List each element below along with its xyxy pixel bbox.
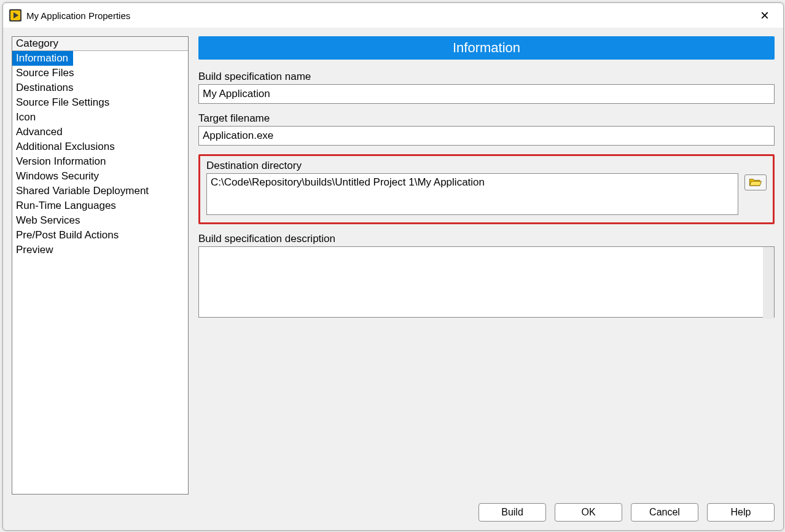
category-item-version-information[interactable]: Version Information	[12, 154, 188, 169]
build-spec-description-label: Build specification description	[198, 233, 775, 245]
category-item-destinations[interactable]: Destinations	[12, 80, 188, 95]
category-panel: Category InformationSource FilesDestinat…	[12, 36, 189, 495]
category-item-additional-exclusions[interactable]: Additional Exclusions	[12, 139, 188, 154]
build-spec-name-input[interactable]	[198, 84, 775, 104]
category-item-pre-post-build-actions[interactable]: Pre/Post Build Actions	[12, 228, 188, 243]
window-title: My Application Properties	[26, 10, 752, 21]
form-area: Build specification name Target filename…	[198, 60, 775, 495]
destination-directory-highlight: Destination directory	[198, 154, 775, 224]
browse-button[interactable]	[744, 174, 767, 190]
main-panel: Information Build specification name Tar…	[198, 36, 775, 495]
page-banner: Information	[198, 36, 775, 60]
category-item-run-time-languages[interactable]: Run-Time Languages	[12, 198, 188, 213]
destination-directory-label: Destination directory	[206, 160, 767, 172]
category-item-web-services[interactable]: Web Services	[12, 213, 188, 228]
build-spec-description-input[interactable]	[198, 246, 775, 318]
category-item-windows-security[interactable]: Windows Security	[12, 169, 188, 184]
category-list[interactable]: InformationSource FilesDestinationsSourc…	[12, 51, 188, 494]
field-build-spec-name: Build specification name	[198, 71, 775, 104]
category-item-information[interactable]: Information	[12, 51, 73, 66]
target-filename-input[interactable]	[198, 126, 775, 146]
build-button[interactable]: Build	[478, 503, 546, 522]
category-header: Category	[12, 37, 188, 51]
cancel-button[interactable]: Cancel	[631, 503, 698, 522]
category-item-source-file-settings[interactable]: Source File Settings	[12, 95, 188, 110]
close-button[interactable]	[752, 6, 777, 25]
titlebar: My Application Properties	[3, 3, 783, 28]
properties-dialog: My Application Properties Category Infor…	[2, 2, 784, 531]
category-item-shared-variable-deployment[interactable]: Shared Variable Deployment	[12, 184, 188, 198]
category-item-preview[interactable]: Preview	[12, 243, 188, 257]
scrollbar[interactable]	[763, 247, 774, 319]
category-item-advanced[interactable]: Advanced	[12, 125, 188, 139]
build-spec-name-label: Build specification name	[198, 71, 775, 83]
help-button[interactable]: Help	[707, 503, 775, 522]
destination-directory-input[interactable]	[206, 173, 738, 215]
dialog-footer: Build OK Cancel Help	[3, 503, 783, 530]
category-item-source-files[interactable]: Source Files	[12, 66, 188, 80]
field-build-spec-description: Build specification description	[198, 233, 775, 319]
app-icon	[9, 9, 21, 22]
folder-open-icon	[749, 178, 762, 188]
target-filename-label: Target filename	[198, 112, 775, 125]
ok-button[interactable]: OK	[555, 503, 622, 522]
category-item-icon[interactable]: Icon	[12, 110, 188, 125]
field-target-filename: Target filename	[198, 112, 775, 146]
dialog-body: Category InformationSource FilesDestinat…	[3, 28, 783, 503]
